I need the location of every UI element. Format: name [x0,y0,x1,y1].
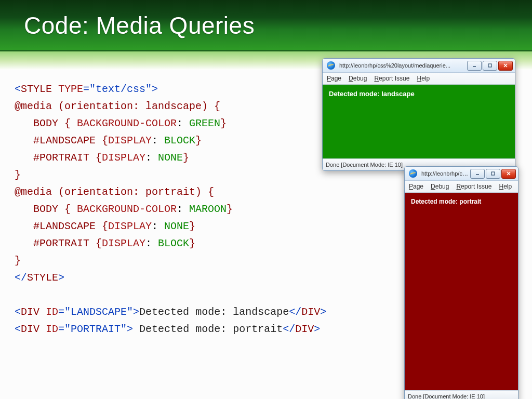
code-token: } [195,135,202,147]
address-bar[interactable]: http://leonbrhp/css%20layout/mediaquerie… [337,62,467,69]
page-content-landscape: Detected mode: landscape [323,85,515,158]
status-bar: Done [Document Mode: IE 10] [405,390,518,399]
window-titlebar[interactable]: http://leonbrhp/css%20layout/mediaquerie… [323,59,515,73]
code-token: MAROON [189,203,227,215]
browser-window-portrait: http://leonbrhp/css%20layo... PagePage D… [404,166,518,399]
code-token: STYLE [21,83,58,95]
code-token: } [15,169,21,181]
code-token: : [145,152,158,164]
code-token: DIV [21,323,46,335]
code-token: DISPLAY [102,152,145,164]
code-token: #PORTRAIT { [33,237,102,249]
code-token: > [152,83,158,95]
menu-page[interactable]: PPageage [327,75,341,82]
maximize-button[interactable] [483,61,497,71]
code-token: #PORTRAIT { [33,152,102,164]
maximize-button[interactable] [486,169,500,179]
menu-report[interactable]: Report IssueReport Issue [456,183,491,190]
code-token: BLOCK [158,237,189,249]
code-token: } [15,255,21,267]
ie-icon [409,169,417,178]
code-token: #LANDSCAPE { [33,220,108,232]
page-content-portrait: Detected mode: portrait [405,193,518,390]
code-token: < [15,323,21,335]
slide-title: Code: Media Queries [0,0,532,39]
code-token: } [189,220,195,232]
code-token: DISPLAY [102,237,145,249]
code-token: DIV [301,306,320,318]
browser-window-landscape: http://leonbrhp/css%20layout/mediaquerie… [322,58,515,171]
code-token: } [227,203,233,215]
code-token: BACKGROUND-COLOR [77,203,177,215]
code-token: TYPE [58,83,83,95]
menu-debug[interactable]: DebugDebug [349,75,367,82]
minimize-button[interactable] [467,61,482,71]
code-token: DISPLAY [108,135,152,147]
code-token: : [177,203,189,215]
code-token: BODY { [33,117,77,129]
code-token: DIV [21,306,46,318]
menubar: PagePage DebugDebug Report IssueReport I… [405,181,518,193]
code-token: : [152,135,164,147]
code-token: > [320,306,326,318]
code-token: #LANDSCAPE { [33,135,108,147]
code-token: > [133,306,139,318]
code-token: </ [15,272,27,284]
code-token: = [83,83,89,95]
code-block: <STYLE TYPE="text/css"> @media (orientat… [15,81,326,338]
code-token: > [58,272,64,284]
code-token: < [15,83,21,95]
code-token: @media (orientation: portrait) { [15,186,214,198]
code-token: : [177,117,189,129]
code-token: Detected mode: portrait [133,323,283,335]
code-token: DISPLAY [108,220,152,232]
code-token: : [145,237,158,249]
code-token: DIV [295,323,314,335]
code-token: BACKGROUND-COLOR [77,117,177,129]
close-button[interactable] [498,61,513,71]
code-token: </ [289,306,301,318]
code-token: Detected mode: landscape [139,306,289,318]
code-token: "LANDSCAPE" [64,306,133,318]
code-token: BLOCK [164,135,195,147]
code-token: @media (orientation: landscape) { [15,100,220,112]
code-token: = [58,323,64,335]
code-token: > [127,323,133,335]
code-token: </ [283,323,295,335]
code-token: GREEN [189,117,220,129]
code-token: = [58,306,64,318]
code-token: } [220,117,227,129]
code-token: < [15,306,21,318]
svg-rect-5 [491,172,495,175]
code-token: ID [46,323,58,335]
code-token: BODY { [33,203,77,215]
menu-help[interactable]: HelpHelp [499,183,512,190]
svg-rect-1 [488,64,491,67]
code-token: "PORTRAIT" [64,323,127,335]
code-token: STYLE [27,272,58,284]
code-token: ID [46,306,58,318]
minimize-button[interactable] [470,169,485,179]
ie-icon [327,61,335,70]
close-button[interactable] [501,169,516,179]
title-band: Code: Media Queries [0,0,532,51]
window-titlebar[interactable]: http://leonbrhp/css%20layo... [405,167,518,181]
address-bar[interactable]: http://leonbrhp/css%20layo... [419,170,470,177]
menubar: PPageage DebugDebug Report IssueReport I… [323,73,515,85]
code-token: } [189,237,195,249]
code-token: } [183,152,189,164]
menu-report[interactable]: Report IssueReport Issue [374,75,409,82]
slide: Code: Media Queries <STYLE TYPE="text/cs… [0,0,532,399]
code-token: : [152,220,164,232]
code-token: > [314,323,320,335]
menu-page[interactable]: PagePage [409,183,423,190]
code-token: NONE [158,152,183,164]
menu-debug[interactable]: DebugDebug [431,183,449,190]
menu-help[interactable]: HelpHelp [417,75,430,82]
code-token: NONE [164,220,189,232]
code-token: "text/css" [89,83,152,95]
